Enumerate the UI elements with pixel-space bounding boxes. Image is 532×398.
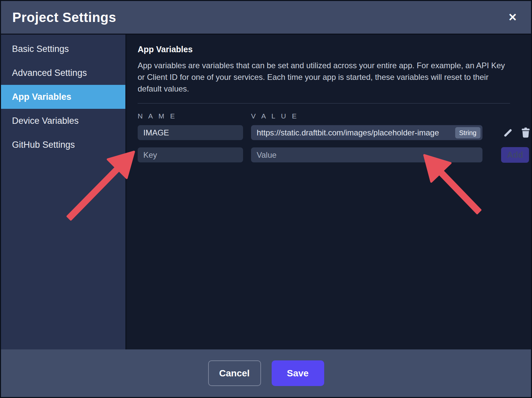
type-badge: String xyxy=(455,127,480,138)
variable-value-input[interactable] xyxy=(251,125,482,140)
row-actions xyxy=(490,127,531,138)
value-column-header: V A L U E xyxy=(251,112,482,120)
variable-name-input[interactable] xyxy=(138,125,243,140)
new-key-input[interactable] xyxy=(138,147,243,162)
sidebar-item-advanced-settings[interactable]: Advanced Settings xyxy=(1,61,125,85)
delete-trash-icon[interactable] xyxy=(520,127,531,138)
edit-pencil-icon[interactable] xyxy=(503,128,513,138)
new-value-wrap xyxy=(251,147,482,162)
modal-footer: Cancel Save xyxy=(1,349,531,397)
sidebar-item-github-settings[interactable]: GitHub Settings xyxy=(1,133,125,157)
sidebar-item-device-variables[interactable]: Device Variables xyxy=(1,109,125,133)
variables-table: N A M E V A L U E String xyxy=(138,112,531,163)
cancel-button[interactable]: Cancel xyxy=(208,360,261,386)
add-cell: Add xyxy=(490,147,531,163)
sidebar-item-basic-settings[interactable]: Basic Settings xyxy=(1,37,125,61)
app-variables-panel: App Variables App variables are variable… xyxy=(127,35,532,349)
modal-body: Basic Settings Advanced Settings App Var… xyxy=(1,35,531,349)
section-description: App variables are variables that can be … xyxy=(138,60,507,95)
project-settings-modal: Project Settings ✕ Basic Settings Advanc… xyxy=(0,0,532,398)
save-button[interactable]: Save xyxy=(272,360,324,386)
name-column-header: N A M E xyxy=(138,112,243,120)
section-heading: App Variables xyxy=(138,45,531,54)
page-title: Project Settings xyxy=(12,10,116,25)
modal-header: Project Settings ✕ xyxy=(1,1,531,35)
new-value-input[interactable] xyxy=(251,147,482,162)
variable-value-wrap: String xyxy=(251,125,482,140)
divider xyxy=(138,103,510,103)
sidebar-item-app-variables[interactable]: App Variables xyxy=(1,85,125,109)
close-icon[interactable]: ✕ xyxy=(505,11,520,24)
settings-sidebar: Basic Settings Advanced Settings App Var… xyxy=(1,35,127,349)
add-button[interactable]: Add xyxy=(501,147,529,163)
